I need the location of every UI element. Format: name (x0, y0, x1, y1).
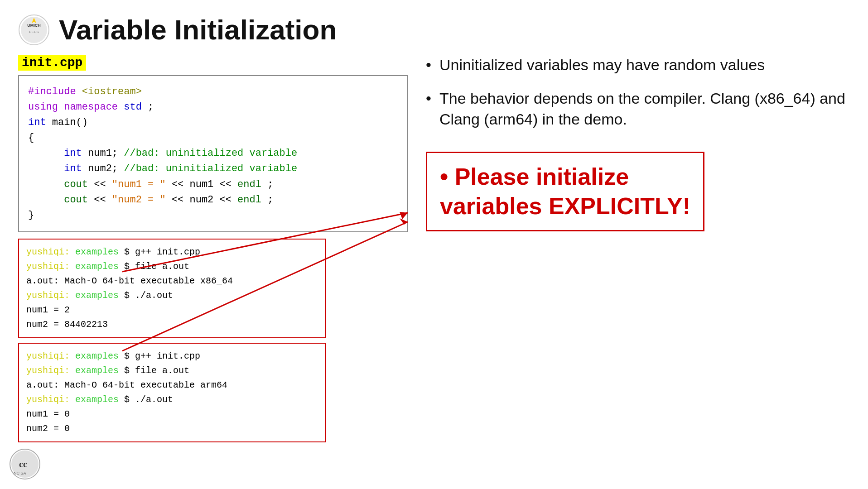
code-iostream: <iostream> (82, 86, 142, 97)
page-title: Variable Initialization (59, 14, 337, 46)
please-line1: • Please initializevariables EXPLICITLY! (440, 163, 690, 219)
please-initialize-box: • Please initializevariables EXPLICITLY! (426, 152, 704, 231)
code-include: #include (28, 86, 76, 97)
code-line-5: int num1; //bad: uninitialized variable (28, 146, 398, 161)
code-line-9: } (28, 208, 398, 223)
slide: UMICH EECS Variable Initialization init.… (0, 0, 868, 489)
terminals: yushiqi: examples $ g++ init.cpp yushiqi… (18, 239, 408, 442)
terminal-box-1: yushiqi: examples $ g++ init.cpp yushiqi… (18, 239, 326, 338)
filename-label: init.cpp (18, 55, 86, 71)
header: UMICH EECS Variable Initialization (18, 14, 850, 46)
code-line-3: int main() (28, 115, 398, 130)
cc-license-logo: cc NC SA (9, 448, 41, 480)
bullet-item-1: Uninitialized variables may have random … (426, 55, 850, 76)
t1-line3: a.out: Mach-O 64-bit executable x86_64 (26, 274, 318, 288)
t2-line4: yushiqi: examples $ ./a.out (26, 393, 318, 407)
code-line-6: int num2; //bad: uninitialized variable (28, 161, 398, 177)
t1-line6: num2 = 84402213 (26, 317, 318, 332)
terminal-box-2: yushiqi: examples $ g++ init.cpp yushiqi… (18, 343, 326, 442)
svg-text:cc: cc (19, 459, 27, 469)
bullet-list: Uninitialized variables may have random … (426, 55, 850, 130)
code-line-4: { (28, 130, 398, 146)
t1-line4: yushiqi: examples $ ./a.out (26, 288, 318, 303)
t2-line5: num1 = 0 (26, 407, 318, 422)
t1-line2: yushiqi: examples $ file a.out (26, 259, 318, 274)
t1-line1: yushiqi: examples $ g++ init.cpp (26, 245, 318, 259)
code-line-7: cout << "num1 = " << num1 << endl ; (28, 177, 398, 192)
please-text: • Please initializevariables EXPLICITLY! (440, 162, 690, 221)
left-column: init.cpp #include <iostream> using names… (18, 55, 408, 462)
code-line-1: #include <iostream> (28, 84, 398, 100)
code-line-8: cout << "num2 = " << num2 << endl ; (28, 192, 398, 208)
right-column: Uninitialized variables may have random … (426, 55, 850, 462)
t2-line2: yushiqi: examples $ file a.out (26, 364, 318, 378)
t2-line6: num2 = 0 (26, 422, 318, 436)
svg-text:EECS: EECS (29, 30, 39, 34)
code-line-2: using namespace std ; (28, 100, 398, 115)
code-block: #include <iostream> using namespace std … (18, 75, 408, 232)
t2-line1: yushiqi: examples $ g++ init.cpp (26, 349, 318, 364)
main-content: init.cpp #include <iostream> using names… (18, 55, 850, 462)
t2-line3: a.out: Mach-O 64-bit executable arm64 (26, 378, 318, 393)
logo: UMICH EECS (18, 14, 50, 46)
svg-text:NC  SA: NC SA (14, 471, 26, 475)
t1-line5: num1 = 2 (26, 303, 318, 317)
explicitly-text: EXPLICITLY! (549, 193, 690, 219)
svg-text:UMICH: UMICH (27, 23, 41, 28)
bullet-item-2: The behavior depends on the compiler. Cl… (426, 88, 850, 130)
